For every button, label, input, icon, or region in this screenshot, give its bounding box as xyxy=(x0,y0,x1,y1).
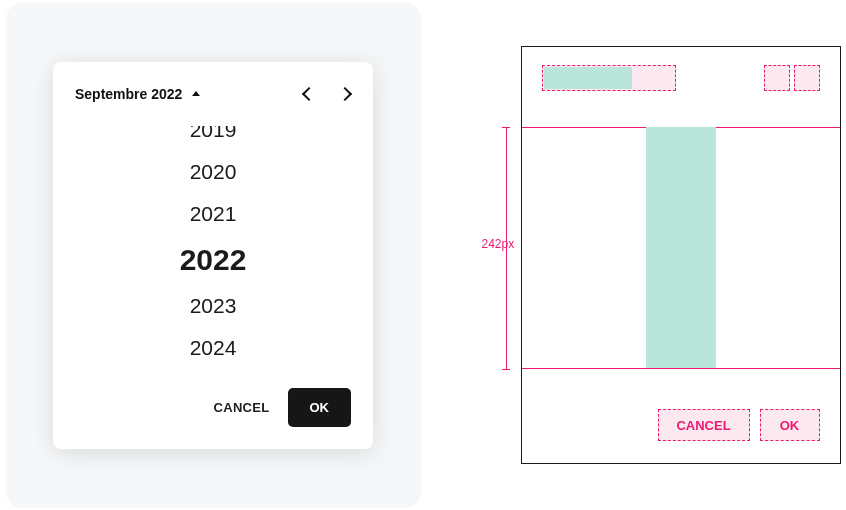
spec-nav-slot xyxy=(764,65,820,93)
year-option[interactable]: 2019 xyxy=(180,126,247,151)
spec-cancel-slot: CANCEL xyxy=(658,409,750,441)
spec-bottom-line xyxy=(522,368,840,369)
spec-title-slot xyxy=(542,65,676,91)
chevron-right-icon xyxy=(338,86,352,100)
dimension-tick xyxy=(502,369,510,370)
cancel-button[interactable]: CANCEL xyxy=(214,400,270,415)
year-list[interactable]: 2019 2020 2021 2022 2023 2024 2025 xyxy=(53,126,373,368)
next-month-button[interactable] xyxy=(327,76,363,112)
spec-prev-slot xyxy=(764,65,790,91)
month-year-toggle[interactable]: Septembre 2022 xyxy=(75,86,200,102)
year-option-selected[interactable]: 2022 xyxy=(180,235,247,285)
ok-button[interactable]: OK xyxy=(288,388,352,427)
chevron-left-icon xyxy=(302,86,316,100)
spec-year-column xyxy=(646,127,716,369)
picker-header: Septembre 2022 xyxy=(53,62,373,126)
spec-body xyxy=(522,127,840,369)
prev-month-button[interactable] xyxy=(291,76,327,112)
year-option[interactable]: 2021 xyxy=(180,193,247,235)
picker-footer: CANCEL OK xyxy=(53,368,373,449)
spec-panel: CANCEL OK 242px xyxy=(461,3,841,508)
month-year-label: Septembre 2022 xyxy=(75,86,182,102)
dimension-tick xyxy=(502,127,510,128)
spec-frame: CANCEL OK 242px xyxy=(521,46,841,464)
dimension-label: 242px xyxy=(482,237,515,251)
month-nav xyxy=(291,76,363,112)
spec-header xyxy=(542,65,820,93)
spec-next-slot xyxy=(794,65,820,91)
spec-footer: CANCEL OK xyxy=(658,409,820,441)
year-picker-dialog: Septembre 2022 2019 2020 2021 2022 2023 … xyxy=(53,62,373,449)
caret-up-icon xyxy=(192,91,200,96)
year-option[interactable]: 2023 xyxy=(180,285,247,327)
year-option[interactable]: 2020 xyxy=(180,151,247,193)
year-option[interactable]: 2024 xyxy=(180,327,247,368)
example-panel: Septembre 2022 2019 2020 2021 2022 2023 … xyxy=(6,3,421,508)
spec-ok-slot: OK xyxy=(760,409,820,441)
spec-title-text-region xyxy=(544,67,632,89)
